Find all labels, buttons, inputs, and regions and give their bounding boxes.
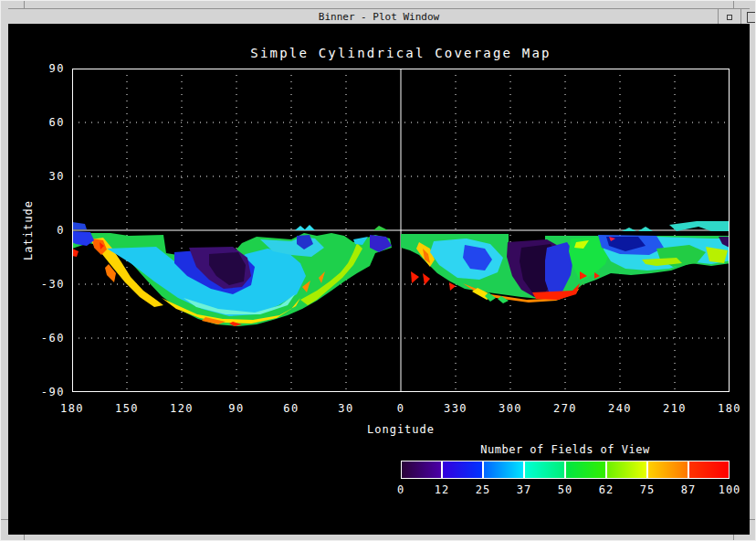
colorbar-segment — [646, 461, 688, 478]
maximize-icon — [747, 12, 756, 23]
x-tick-label: 180 — [708, 402, 751, 415]
plot-title: Simple Cylindrical Coverage Map — [72, 46, 730, 60]
region-west-speck-green — [373, 226, 388, 230]
y-tick-label: 30 — [8, 170, 65, 183]
colorbar-tick-label: 75 — [640, 483, 655, 496]
y-tick-label: 0 — [8, 224, 65, 237]
region-west-edge-blue-patch — [72, 231, 94, 246]
colorbar-tick-label: 25 — [476, 483, 490, 496]
colorbar-segment — [564, 461, 605, 478]
titlebar[interactable]: Binner - Plot Window — [8, 8, 750, 24]
x-tick-label: 180 — [50, 402, 94, 415]
window-title: Binner - Plot Window — [8, 10, 750, 24]
region-north-speck1 — [622, 228, 636, 231]
region-east-red-tri2 — [423, 273, 430, 285]
x-axis-label: Longitude — [72, 423, 730, 436]
frame-corner-mark — [1, 519, 8, 520]
colorbar-tick-label: 100 — [719, 483, 741, 496]
colorbar-tick-label: 12 — [435, 483, 449, 496]
y-tick-label: -30 — [8, 278, 65, 291]
maximize-button[interactable] — [740, 9, 756, 25]
colorbar-title: Number of Fields of View — [401, 443, 730, 456]
x-tick-label: 120 — [160, 402, 204, 415]
plot-canvas: Simple Cylindrical Coverage Map 9060300-… — [8, 24, 750, 535]
y-tick-label: -90 — [8, 386, 65, 398]
minimize-icon — [727, 15, 732, 20]
x-tick-label: 0 — [379, 402, 423, 415]
y-tick-label: -60 — [8, 332, 65, 345]
region-west-above-eq-blue — [72, 222, 87, 229]
colorbar-segment — [523, 461, 564, 478]
region-west-speck-cyan2 — [304, 225, 315, 230]
colorbar-tick-label: 87 — [681, 483, 696, 496]
region-north-speck2 — [638, 227, 653, 231]
colorbar-tick-label: 0 — [397, 483, 404, 496]
x-tick-label: 90 — [215, 402, 258, 415]
colorbar — [401, 461, 730, 479]
frame-corner-mark — [750, 519, 756, 520]
colorbar-tick-label: 50 — [558, 483, 572, 496]
x-tick-label: 330 — [434, 402, 478, 415]
frame-corner-mark — [24, 535, 25, 541]
x-tick-label: 150 — [105, 402, 149, 415]
colorbar-segment — [688, 461, 729, 478]
x-tick-label: 240 — [598, 402, 642, 415]
y-tick-label: 90 — [8, 62, 65, 75]
frame-corner-mark — [733, 1, 734, 8]
colorbar-tick-label: 37 — [517, 483, 531, 496]
colorbar-tick-label: 62 — [599, 483, 614, 496]
x-tick-label: 30 — [324, 402, 368, 415]
x-tick-label: 210 — [653, 402, 697, 415]
colorbar-segment — [402, 461, 441, 478]
colorbar-segment — [605, 461, 646, 478]
x-tick-label: 60 — [269, 402, 313, 415]
x-tick-label: 270 — [543, 402, 587, 415]
minimize-button[interactable] — [718, 9, 740, 25]
y-axis-label: Latitude — [22, 200, 35, 260]
x-tick-label: 300 — [488, 402, 532, 415]
frame-corner-mark — [733, 535, 734, 541]
region-north-strip-cyan — [669, 221, 730, 231]
colorbar-segment — [441, 461, 482, 478]
window-frame: Binner - Plot Window Simple Cylindrical … — [0, 0, 756, 541]
coverage-map — [72, 69, 730, 392]
region-east-red-tri1 — [411, 271, 419, 283]
region-west-rim-red-edge — [72, 249, 79, 257]
colorbar-segment — [482, 461, 523, 478]
region-west-speck-cyan1 — [295, 226, 306, 230]
y-tick-label: 60 — [8, 116, 65, 129]
